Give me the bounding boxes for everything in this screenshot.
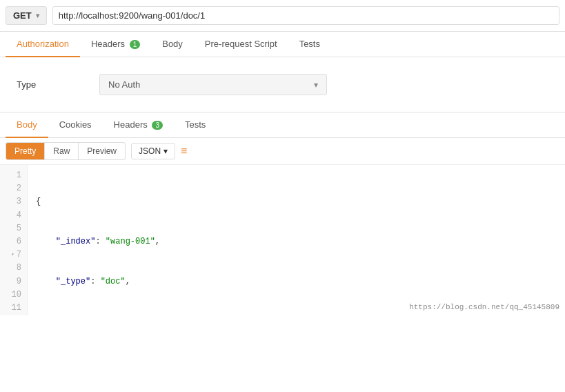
line-numbers: 1 2 3 4 5 6 ▾7 8 9 10 11 12	[0, 165, 28, 315]
fmt-raw[interactable]: Raw	[45, 143, 79, 159]
request-tabs: Authorization Headers 1 Body Pre-request…	[0, 32, 565, 57]
tab-tests-req[interactable]: Tests	[288, 32, 331, 57]
ln-12: 12	[6, 315, 21, 315]
fmt-pretty[interactable]: Pretty	[6, 143, 45, 159]
code-area[interactable]: 1 2 3 4 5 6 ▾7 8 9 10 11 12 { "_index": …	[0, 165, 565, 315]
auth-type-value: No Auth	[108, 79, 140, 90]
resp-tab-headers-label: Headers	[114, 119, 148, 130]
resp-tab-cookies[interactable]: Cookies	[48, 112, 103, 138]
format-group: Pretty Raw Preview	[6, 142, 126, 160]
language-dropdown[interactable]: JSON ▾	[131, 143, 175, 159]
ln-4: 4	[6, 209, 21, 222]
response-tabs: Body Cookies Headers 3 Tests	[0, 112, 565, 138]
code-content: { "_index": "wang-001", "_type": "doc", …	[28, 165, 565, 315]
auth-dropdown-chevron: ▾	[314, 80, 318, 90]
language-chevron: ▾	[163, 146, 168, 156]
ln-7: ▾7	[6, 248, 21, 262]
tab-prerequest-label: Pre-request Script	[205, 39, 277, 49]
auth-type-dropdown[interactable]: No Auth ▾	[99, 74, 327, 95]
method-label: GET	[13, 10, 32, 21]
headers-badge: 1	[130, 40, 141, 49]
tab-prerequest[interactable]: Pre-request Script	[194, 32, 288, 57]
wrap-icon[interactable]: ≡	[181, 145, 187, 157]
code-line-1: {	[36, 195, 557, 208]
resp-tab-headers[interactable]: Headers 3	[103, 112, 174, 138]
tab-body[interactable]: Body	[151, 32, 194, 57]
tab-tests-req-label: Tests	[299, 39, 320, 49]
tab-authorization-label: Authorization	[17, 39, 69, 49]
ln-2: 2	[6, 182, 21, 195]
language-label: JSON	[139, 146, 161, 156]
response-section: Body Cookies Headers 3 Tests Pretty Raw …	[0, 112, 565, 315]
ln-1: 1	[6, 169, 21, 182]
ln-5: 5	[6, 222, 21, 235]
method-chevron: ▾	[36, 12, 39, 19]
method-dropdown[interactable]: GET ▾	[6, 6, 47, 25]
ln-11: 11	[6, 302, 21, 315]
ln-8: 8	[6, 262, 21, 275]
url-bar: GET ▾	[0, 0, 565, 32]
fmt-preview[interactable]: Preview	[79, 143, 125, 159]
url-input[interactable]	[52, 6, 559, 25]
resp-headers-badge: 3	[152, 121, 163, 130]
tab-authorization[interactable]: Authorization	[6, 32, 80, 57]
code-line-2: "_index": "wang-001",	[36, 235, 557, 248]
auth-section: Type No Auth ▾	[0, 57, 565, 112]
format-bar: Pretty Raw Preview JSON ▾ ≡	[0, 138, 565, 165]
tab-headers[interactable]: Headers 1	[80, 32, 151, 57]
ln-3: 3	[6, 195, 21, 208]
resp-tab-cookies-label: Cookies	[59, 119, 92, 130]
resp-tab-body-label: Body	[17, 119, 37, 130]
resp-tab-tests[interactable]: Tests	[174, 112, 217, 138]
ln-10: 10	[6, 288, 21, 302]
resp-tab-body[interactable]: Body	[6, 112, 48, 138]
watermark: https://blog.csdn.net/qq_45145809	[404, 300, 565, 315]
ln-6: 6	[6, 235, 21, 248]
tab-headers-label: Headers	[91, 39, 125, 49]
auth-type-label: Type	[17, 79, 99, 90]
code-line-3: "_type": "doc",	[36, 275, 557, 288]
tab-body-label: Body	[162, 39, 183, 49]
ln-9: 9	[6, 275, 21, 288]
resp-tab-tests-label: Tests	[185, 119, 206, 130]
